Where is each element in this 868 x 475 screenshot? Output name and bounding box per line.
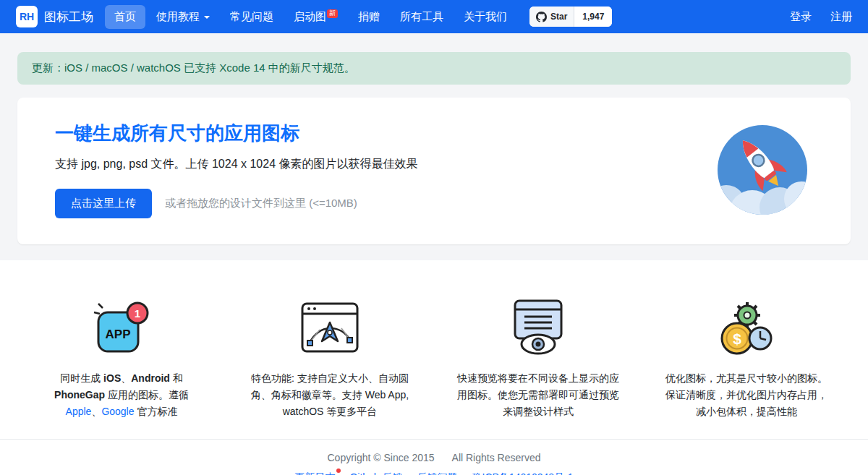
feature-inline-link[interactable]: Apple xyxy=(66,406,92,417)
github-star-label: Star xyxy=(550,12,567,22)
nav-item-splash[interactable]: 启动图新 xyxy=(284,4,347,29)
github-star-count[interactable]: 1,947 xyxy=(574,7,612,27)
app-icon-with-badge: APP 1 xyxy=(88,294,155,359)
footer-link-changelog[interactable]: 更新日志 xyxy=(294,471,335,475)
feature-app-icons: APP 1 同时生成 iOS、Android 和 PhoneGap 应用的图标。… xyxy=(17,294,226,420)
brand-logo: RH xyxy=(16,6,38,27)
app-icon-badge-count: 1 xyxy=(135,307,140,320)
brand-title: 图标工场 xyxy=(44,9,93,25)
update-alert-text: 更新：iOS / macOS / watchOS 已支持 Xcode 14 中的… xyxy=(32,61,355,74)
footer-link-github-feedback[interactable]: Github 反馈 xyxy=(349,471,402,475)
github-icon xyxy=(536,12,547,22)
feature-text-preview: 快速预览将要在不同设备上显示的应用图标。使您无需部署即可通过预览来调整设计样式 xyxy=(453,370,624,420)
nav-item-all-tools[interactable]: 所有工具 xyxy=(391,5,453,29)
register-link[interactable]: 注册 xyxy=(830,10,852,24)
top-section: 更新：iOS / macOS / watchOS 已支持 Xcode 14 中的… xyxy=(0,33,868,260)
footer-links: 更新日志 Github 反馈 反馈问题 豫ICP备14010348号-1 xyxy=(0,471,868,475)
coin-dollar-label: $ xyxy=(733,330,741,347)
preview-eye-icon-wrap xyxy=(505,294,571,359)
footer-link-feedback[interactable]: 反馈问题 xyxy=(417,471,458,475)
copyright: Copyright © Since 2015 All Rights Reserv… xyxy=(0,452,868,463)
login-link[interactable]: 登录 xyxy=(790,10,812,24)
hero-actions: 点击这里上传 或者拖放您的设计文件到这里 (<=10MB) xyxy=(55,189,810,218)
clock-icon xyxy=(749,328,771,349)
footer-link-changelog-label: 更新日志 xyxy=(294,471,335,475)
feature-custom-design: 特色功能: 支持自定义大小、自动圆角、角标和徽章等。支持 Web App, wa… xyxy=(226,294,434,420)
github-star-widget[interactable]: Star 1,947 xyxy=(529,7,612,27)
feature-text-optimize: 优化图标，尤其是尺寸较小的图标。保证清晰度，并优化图片内存占用，减小包体积，提高… xyxy=(661,370,832,420)
nav-item-faq[interactable]: 常见问题 xyxy=(221,5,283,29)
app-badge-icon: APP 1 xyxy=(88,296,155,359)
update-alert: 更新：iOS / macOS / watchOS 已支持 Xcode 14 中的… xyxy=(17,52,851,85)
footer: Copyright © Since 2015 All Rights Reserv… xyxy=(0,439,868,475)
github-star-button[interactable]: Star xyxy=(529,7,574,27)
brand[interactable]: RH 图标工场 xyxy=(16,6,93,27)
feature-text-design: 特色功能: 支持自定义大小、自动圆角、角标和徽章等。支持 Web App, wa… xyxy=(244,370,415,420)
rocket-icon xyxy=(715,122,810,218)
vector-pen-icon xyxy=(297,296,363,359)
notification-dot xyxy=(336,468,341,473)
hero-title: 一键生成所有尺寸的应用图标 xyxy=(55,121,810,146)
auth-links: 登录 注册 xyxy=(790,10,852,24)
nav-item-tutorial-label: 使用教程 xyxy=(156,10,200,22)
preview-eye-icon xyxy=(505,296,571,359)
nav-item-donate[interactable]: 捐赠 xyxy=(349,5,389,29)
main-nav: 首页 使用教程 常见问题 启动图新 捐赠 所有工具 关于我们 xyxy=(105,4,516,29)
copyright-right: All Rights Reserved xyxy=(452,452,541,463)
upload-button[interactable]: 点击这里上传 xyxy=(55,189,152,218)
hero-subtitle: 支持 jpg, png, psd 文件。上传 1024 x 1024 像素的图片… xyxy=(55,157,810,172)
app-icon-label: APP xyxy=(106,328,131,341)
nav-item-tutorial[interactable]: 使用教程 xyxy=(147,5,219,29)
feature-preview: 快速预览将要在不同设备上显示的应用图标。使您无需部署即可通过预览来调整设计样式 xyxy=(434,294,642,420)
footer-link-icp[interactable]: 豫ICP备14010348号-1 xyxy=(472,471,574,475)
rocket-illustration xyxy=(715,122,810,221)
drop-zone-hint[interactable]: 或者拖放您的设计文件到这里 (<=10MB) xyxy=(165,197,357,210)
chevron-down-icon xyxy=(204,16,210,19)
optimize-icon-wrap: $ xyxy=(713,294,780,359)
nav-item-about[interactable]: 关于我们 xyxy=(454,5,516,29)
features-row: APP 1 同时生成 iOS、Android 和 PhoneGap 应用的图标。… xyxy=(0,260,868,420)
new-badge: 新 xyxy=(327,9,338,18)
vector-pen-design-icon-wrap xyxy=(297,294,363,359)
hero-card: 一键生成所有尺寸的应用图标 支持 jpg, png, psd 文件。上传 102… xyxy=(17,98,851,244)
top-navbar: RH 图标工场 首页 使用教程 常见问题 启动图新 捐赠 所有工具 关于我们 S… xyxy=(0,0,868,33)
feature-optimize: $ 优化图标，尤其是尺寸较小的图标。保证清晰度，并优化图片内存占用，减小包体积，… xyxy=(642,294,851,420)
feature-inline-link[interactable]: Google xyxy=(101,406,134,417)
optimize-performance-icon: $ xyxy=(713,296,780,359)
nav-item-home[interactable]: 首页 xyxy=(105,5,145,29)
feature-text-app: 同时生成 iOS、Android 和 PhoneGap 应用的图标。遵循 App… xyxy=(36,370,207,420)
nav-item-splash-label: 启动图 xyxy=(294,10,326,22)
copyright-left: Copyright © Since 2015 xyxy=(327,452,434,463)
